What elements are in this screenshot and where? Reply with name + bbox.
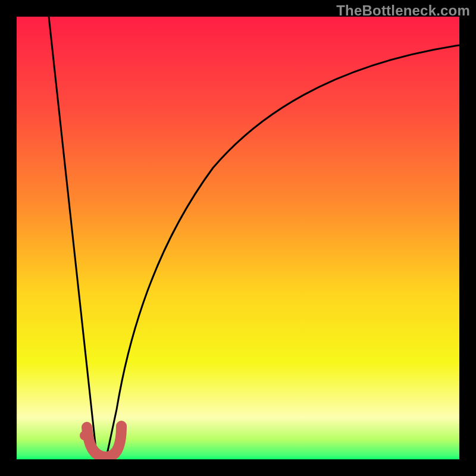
curve-right-segment — [106, 45, 459, 459]
watermark-text: TheBottleneck.com — [336, 2, 470, 19]
plot-area — [17, 17, 459, 459]
curve-layer — [17, 17, 459, 459]
outer-frame: TheBottleneck.com — [0, 0, 476, 476]
marker-dot — [80, 431, 89, 440]
curve-left-segment — [49, 17, 97, 459]
marker-hook — [87, 426, 121, 457]
